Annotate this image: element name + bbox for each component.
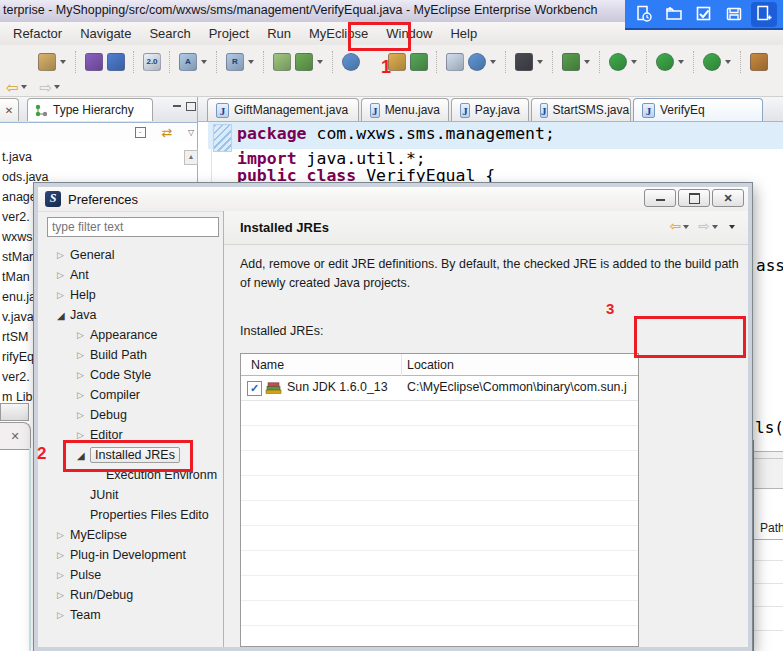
tree-item-fragment[interactable]: enu.ja: [2, 290, 36, 304]
coverage-caret-icon[interactable]: [725, 60, 731, 64]
export-icon[interactable]: [410, 53, 428, 71]
pref-tree-item-help[interactable]: ▷Help: [42, 285, 224, 305]
expand-caret-icon[interactable]: ▷: [57, 250, 70, 260]
expand-caret-icon[interactable]: ▷: [57, 290, 70, 300]
preview-browser-caret-icon[interactable]: [490, 60, 496, 64]
tree-item-label[interactable]: General: [70, 248, 114, 262]
close-icon[interactable]: ✕: [5, 105, 13, 116]
pref-tree-item-pulse[interactable]: ▷Pulse: [42, 565, 224, 585]
menu-item-run[interactable]: Run: [258, 22, 300, 45]
task-check-icon[interactable]: [693, 3, 715, 25]
tree-item-label[interactable]: Appearance: [90, 328, 157, 342]
deploy-project-icon[interactable]: [273, 53, 291, 71]
new-java-project-icon[interactable]: [85, 53, 103, 71]
pref-tree-item-ant[interactable]: ▷Ant: [42, 265, 224, 285]
screen-capture-caret-icon[interactable]: [537, 60, 543, 64]
run-on-server-icon[interactable]: [295, 53, 313, 71]
back-arrow-icon[interactable]: ⇦: [6, 80, 19, 95]
expand-caret-icon[interactable]: ▷: [57, 610, 70, 620]
new-doc-icon[interactable]: [751, 2, 777, 27]
tree-item-fragment[interactable]: ods.java: [2, 170, 49, 184]
tree-item-fragment[interactable]: rifyEq: [2, 350, 34, 364]
forward-arrow-icon[interactable]: ⇨: [40, 80, 53, 95]
restore-icon[interactable]: [678, 189, 710, 207]
filter-input[interactable]: [47, 217, 219, 237]
tree-item-fragment[interactable]: v.java: [2, 310, 34, 324]
new-report-wizard-icon[interactable]: R: [226, 53, 244, 71]
pref-tree-item-general[interactable]: ▷General: [42, 245, 224, 265]
run-history-caret-icon[interactable]: [678, 60, 684, 64]
collapse-all-icon[interactable]: -: [133, 125, 147, 139]
pref-tree-item-buildpath[interactable]: ▷Build Path: [42, 345, 224, 365]
expand-caret-icon[interactable]: ▷: [77, 430, 90, 440]
close-icon[interactable]: ✕: [712, 189, 744, 207]
new-class-wizard-icon[interactable]: A: [179, 53, 197, 71]
tree-item-label[interactable]: Debug: [90, 408, 127, 422]
new-wizard-caret-icon[interactable]: [60, 60, 66, 64]
tree-item-label[interactable]: Compiler: [90, 388, 140, 402]
new-web-project-icon[interactable]: [107, 53, 125, 71]
editor-tab-startsmsjava[interactable]: JStartSMS.java: [531, 98, 631, 121]
back-history-caret-icon[interactable]: [21, 85, 27, 89]
forward-history-caret-icon[interactable]: [54, 85, 60, 89]
expand-caret-icon[interactable]: ▷: [57, 590, 70, 600]
editor-tab-giftmanagementjava[interactable]: JGiftManagement.java: [207, 98, 359, 121]
tree-item-fragment[interactable]: t.java: [2, 150, 32, 164]
coverage-icon[interactable]: [703, 53, 721, 71]
expand-caret-icon[interactable]: ▷: [57, 570, 70, 580]
tree-item-label[interactable]: Help: [70, 288, 96, 302]
new-wizard-icon[interactable]: [38, 53, 56, 71]
bottom-view-tab[interactable]: ✕: [0, 422, 31, 450]
hidden-view-tab[interactable]: ✕: [0, 98, 19, 121]
expand-caret-icon[interactable]: ▷: [57, 270, 70, 280]
tree-item-fragment[interactable]: stMar: [2, 250, 33, 264]
pref-tree-item-junit[interactable]: JUnit: [42, 485, 224, 505]
tree-item-label[interactable]: Run/Debug: [70, 588, 133, 602]
pref-tree-item-plugindevelopment[interactable]: ▷Plug-in Development: [42, 545, 224, 565]
minimize-icon[interactable]: [644, 189, 676, 207]
pref-tree-item-team[interactable]: ▷Team: [42, 605, 224, 625]
expand-caret-icon[interactable]: ▷: [57, 530, 70, 540]
javaee-2-icon[interactable]: 2.0: [143, 53, 161, 71]
menu-item-project[interactable]: Project: [200, 22, 258, 45]
tree-item-fragment[interactable]: anage: [2, 190, 37, 204]
tree-item-label[interactable]: Build Path: [90, 348, 147, 362]
maximize-view-icon[interactable]: [184, 99, 198, 113]
tree-item-label[interactable]: Ant: [70, 268, 89, 282]
report-wizard-icon[interactable]: [446, 53, 464, 71]
tree-item-label[interactable]: JUnit: [90, 488, 118, 502]
menu-item-refactor[interactable]: Refactor: [4, 22, 71, 45]
tree-item-label[interactable]: Team: [70, 608, 101, 622]
run-history-icon[interactable]: [656, 53, 674, 71]
run-on-server-caret-icon[interactable]: [317, 60, 323, 64]
menu-item-help[interactable]: Help: [441, 22, 486, 45]
new-class-wizard-caret-icon[interactable]: [201, 60, 207, 64]
view-toolbar-button[interactable]: [0, 403, 29, 421]
dialog-titlebar[interactable]: S Preferences ✕: [38, 187, 748, 212]
tree-item-fragment[interactable]: ver2.: [2, 370, 30, 384]
debug-icon[interactable]: [562, 53, 580, 71]
pref-tree-item-debug[interactable]: ▷Debug: [42, 405, 224, 425]
debug-caret-icon[interactable]: [584, 60, 590, 64]
tab-type-hierarchy[interactable]: Type Hierarchy: [27, 98, 153, 121]
save-icon[interactable]: [723, 3, 745, 25]
pref-tree-item-propertiesfilesedito[interactable]: Properties Files Edito: [42, 505, 224, 525]
tree-item-label[interactable]: Plug-in Development: [70, 548, 186, 562]
tree-item-fragment[interactable]: rtSM: [2, 330, 28, 344]
new-report-wizard-caret-icon[interactable]: [248, 60, 254, 64]
menu-item-navigate[interactable]: Navigate: [71, 22, 140, 45]
pref-tree-item-compiler[interactable]: ▷Compiler: [42, 385, 224, 405]
editor-tab-payjava[interactable]: JPay.java: [451, 98, 529, 121]
path-column-header[interactable]: Path: [754, 517, 783, 540]
expand-caret-icon[interactable]: ▷: [77, 370, 90, 380]
tree-item-fragment[interactable]: ver2.: [2, 210, 30, 224]
tree-item-label[interactable]: MyEclipse: [70, 528, 127, 542]
expand-caret-icon[interactable]: ▷: [77, 410, 90, 420]
expand-caret-icon[interactable]: ▷: [77, 330, 90, 340]
expand-caret-icon[interactable]: ▷: [77, 350, 90, 360]
pref-tree-item-myeclipse[interactable]: ▷MyEclipse: [42, 525, 224, 545]
close-icon[interactable]: ✕: [10, 430, 19, 443]
tree-item-label[interactable]: Properties Files Edito: [90, 508, 209, 522]
tree-item-label[interactable]: Java: [70, 308, 96, 322]
tree-item-fragment[interactable]: tMan: [2, 270, 30, 284]
